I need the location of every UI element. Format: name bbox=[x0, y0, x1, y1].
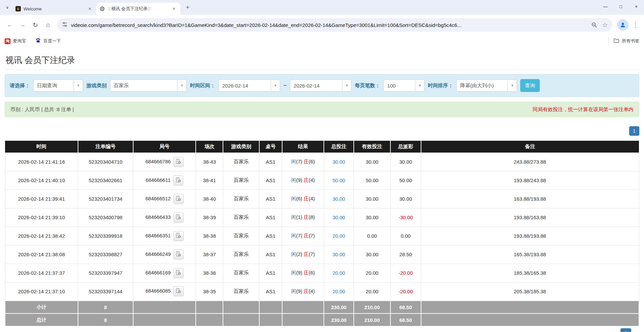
query-type-select[interactable]: 日期查询 ▼ bbox=[33, 79, 83, 92]
address-bar[interactable]: videoie.com/game/betrecord_search/kind3?… bbox=[57, 18, 612, 32]
round-number: 684666351 bbox=[146, 232, 171, 238]
video-replay-button[interactable] bbox=[174, 286, 184, 296]
column-header: 注单编号 bbox=[78, 141, 133, 153]
forward-button[interactable]: → bbox=[16, 19, 29, 31]
minimize-button[interactable]: — bbox=[598, 0, 613, 13]
url-text[interactable]: videoie.com/game/betrecord_search/kind3?… bbox=[71, 22, 589, 28]
cell-bet-number: 523203397947 bbox=[78, 264, 133, 282]
cell-table-number: AS1 bbox=[259, 245, 282, 264]
film-reel-icon bbox=[176, 177, 181, 184]
close-tab-icon[interactable]: × bbox=[171, 6, 177, 12]
cell-valid-bet: 0.00 bbox=[354, 227, 390, 245]
new-tab-button[interactable]: + bbox=[183, 3, 192, 12]
banker-points: (7) bbox=[309, 233, 315, 238]
profile-avatar[interactable] bbox=[617, 19, 629, 31]
summary-cell bbox=[223, 313, 259, 326]
video-replay-button[interactable] bbox=[174, 157, 184, 167]
bookmark-star-icon[interactable]: ☆ bbox=[600, 20, 610, 30]
video-replay-button[interactable] bbox=[174, 212, 184, 223]
summary-cell bbox=[259, 301, 282, 313]
column-header: 有效投注 bbox=[354, 141, 390, 153]
tab-welcome[interactable]: ♛ Welcome × bbox=[12, 3, 96, 15]
globe-icon bbox=[100, 6, 105, 11]
cell-table-number: AS1 bbox=[259, 264, 282, 282]
bookmark-taobao[interactable]: 淘 爱淘宝 bbox=[5, 38, 26, 44]
date-start-select[interactable]: 2026-02-14 ▼ bbox=[219, 79, 280, 92]
video-replay-button[interactable] bbox=[174, 231, 184, 241]
back-button[interactable]: ← bbox=[3, 19, 16, 31]
cell-valid-bet: 30.00 bbox=[354, 208, 390, 227]
sort-label: 时间排序： bbox=[428, 82, 453, 89]
video-replay-button[interactable] bbox=[173, 175, 183, 186]
cell-time: 2026-02-14 21:39:41 bbox=[5, 190, 78, 208]
summary-cell bbox=[223, 301, 259, 313]
banker-label: 庄 bbox=[304, 288, 309, 294]
player-label: 闲 bbox=[291, 196, 296, 201]
banker-points: (4) bbox=[309, 177, 315, 183]
round-number: 684666169 bbox=[146, 269, 171, 275]
total-bet-link[interactable]: 20.00 bbox=[333, 289, 345, 294]
game-kind-select[interactable]: 百家乐 ▼ bbox=[110, 79, 187, 92]
video-replay-button[interactable] bbox=[174, 250, 184, 260]
home-button[interactable]: ⌂ bbox=[42, 19, 54, 31]
cell-bet-number: 523203397144 bbox=[78, 282, 133, 301]
close-tab-icon[interactable]: × bbox=[87, 6, 93, 12]
total-bet-link[interactable]: 30.00 bbox=[333, 252, 345, 257]
choose-label: 请选择： bbox=[10, 82, 30, 89]
table-head: 时间注单编号局号场次游戏类别桌号结果总投注有效投注总派彩备注 bbox=[5, 141, 639, 153]
page-1-button[interactable]: 1 bbox=[629, 126, 639, 136]
tab-bet-record[interactable]: :::视讯 会员下注纪录::: × bbox=[96, 3, 180, 15]
per-page-select[interactable]: 100 ▼ bbox=[383, 79, 424, 92]
sort-value: 降幂(由大到小) bbox=[457, 80, 507, 91]
total-bet-link[interactable]: 30.00 bbox=[333, 196, 345, 202]
cell-time: 2026-02-14 21:39:10 bbox=[5, 208, 78, 227]
cell-result: 闲(9) 庄(6) bbox=[282, 264, 324, 282]
summary-cell: 8 bbox=[78, 301, 133, 313]
summary-cell: 210.00 bbox=[354, 313, 390, 326]
cell-result: 闲(7) 庄(7) bbox=[282, 227, 324, 245]
cell-round-number: 684666085 bbox=[133, 282, 196, 301]
date-end-value: 2026-02-14 bbox=[290, 80, 342, 91]
chevron-down-icon: ▼ bbox=[177, 80, 186, 91]
filter-panel: 请选择： 日期查询 ▼ 游戏类别 百家乐 ▼ 时间区间： 2026-02-14 … bbox=[5, 74, 639, 97]
player-points: (7) bbox=[296, 159, 304, 164]
player-label: 闲 bbox=[291, 177, 296, 183]
sort-select[interactable]: 降幂(由大到小) ▼ bbox=[456, 79, 517, 92]
maximize-button[interactable]: □ bbox=[613, 0, 629, 13]
page-1-button-bottom[interactable]: 1 bbox=[620, 328, 631, 332]
browser-menu-button[interactable]: ⋮ bbox=[631, 21, 641, 29]
date-end-select[interactable]: 2026-02-14 ▼ bbox=[290, 79, 351, 92]
banker-label: 庄 bbox=[304, 177, 309, 183]
film-reel-icon bbox=[176, 196, 181, 202]
zoom-icon[interactable] bbox=[589, 20, 600, 30]
taobao-icon: 淘 bbox=[5, 38, 10, 44]
film-reel-icon bbox=[176, 159, 181, 165]
bookmark-baidu[interactable]: 百度一下 bbox=[35, 38, 61, 44]
cell-note: 193.88/243.88 bbox=[421, 171, 639, 190]
all-bookmarks-button[interactable]: 所有书签 bbox=[608, 38, 639, 45]
cell-session: 38-39 bbox=[196, 208, 223, 227]
tab-search-button[interactable]: ∨ bbox=[3, 3, 12, 12]
game-kind-value: 百家乐 bbox=[110, 80, 177, 91]
cell-result: 闲(2) 庄(7) bbox=[282, 245, 324, 264]
total-bet-link[interactable]: 20.00 bbox=[333, 233, 345, 239]
chevron-down-icon: ▼ bbox=[342, 80, 351, 91]
bookmarks-bar: 淘 爱淘宝 百度一下 所有书签 bbox=[0, 35, 644, 47]
site-settings-icon[interactable] bbox=[62, 22, 68, 29]
search-button[interactable]: 查询 bbox=[520, 79, 540, 92]
date-start-value: 2026-02-14 bbox=[219, 80, 271, 91]
cell-total-bet: 50.00 bbox=[324, 171, 354, 190]
column-header: 结果 bbox=[282, 141, 324, 153]
total-bet-link[interactable]: 20.00 bbox=[333, 270, 345, 276]
video-replay-button[interactable] bbox=[174, 194, 184, 204]
cell-table-number: AS1 bbox=[259, 227, 282, 245]
cell-total-bet: 20.00 bbox=[324, 264, 354, 282]
total-bet-link[interactable]: 30.00 bbox=[333, 214, 345, 220]
video-replay-button[interactable] bbox=[174, 268, 184, 278]
total-bet-link[interactable]: 50.00 bbox=[333, 177, 345, 183]
reload-button[interactable]: ↻ bbox=[29, 19, 42, 31]
round-number: 684666249 bbox=[146, 251, 171, 257]
total-bet-link[interactable]: 30.00 bbox=[333, 159, 345, 165]
bet-record-table: 时间注单编号局号场次游戏类别桌号结果总投注有效投注总派彩备注 2026-02-1… bbox=[5, 141, 639, 327]
close-window-button[interactable]: × bbox=[629, 0, 644, 13]
